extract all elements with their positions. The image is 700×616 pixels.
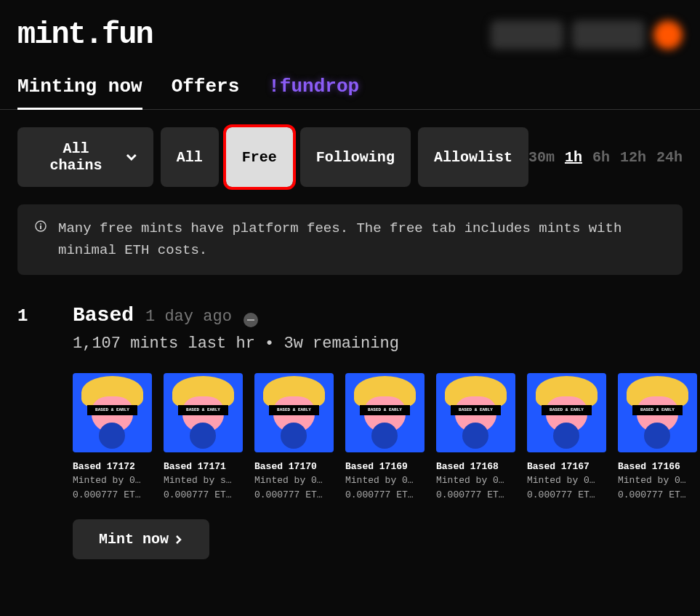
mint-button-label: Mint now [99, 531, 169, 548]
tab-fundrop[interactable]: !fundrop [268, 67, 359, 109]
nft-name: Based 17172 [73, 460, 152, 474]
chain-selector[interactable]: All chains [17, 127, 153, 187]
svg-point-1 [40, 223, 41, 225]
nft-name: Based 17169 [345, 460, 425, 474]
nft-image[interactable]: BASED & EARLY [73, 373, 152, 452]
nft-name: Based 17171 [164, 460, 243, 474]
nft-image[interactable]: BASED & EARLY [254, 373, 334, 452]
time-filters: 30m 1h 6h 12h 24h [528, 149, 683, 166]
nft-row: BASED & EARLY Based 17172 Minted by 0… 0… [73, 373, 683, 503]
logo[interactable]: mint.fun [17, 17, 153, 52]
nft-price: 0.000777 ET… [527, 488, 606, 503]
time-filter-6h[interactable]: 6h [592, 149, 610, 166]
chevron-right-icon [174, 535, 183, 544]
nft-image[interactable]: BASED & EARLY [527, 373, 606, 452]
controls-left: All chains All Free Following Allowlist [17, 127, 528, 187]
filter-allowlist[interactable]: Allowlist [418, 127, 528, 187]
listing-title[interactable]: Based [73, 304, 134, 327]
nft-card[interactable]: BASED & EARLY Based 17170 Minted by 0… 0… [254, 373, 334, 503]
filter-free[interactable]: Free [226, 127, 293, 187]
header-blur-item [572, 20, 645, 49]
tab-offers[interactable]: Offers [172, 67, 240, 109]
nft-name: Based 17167 [527, 460, 606, 474]
nft-price: 0.000777 ET… [436, 488, 515, 503]
nft-name: Based 17168 [436, 460, 515, 474]
mute-icon[interactable] [244, 313, 258, 327]
main-tabs: Minting now Offers !fundrop [0, 67, 700, 110]
nft-minter: Minted by 0… [436, 473, 515, 488]
nft-info: Based 17168 Minted by 0… 0.000777 ET… [436, 460, 515, 503]
nft-card[interactable]: BASED & EARLY Based 17169 Minted by 0… 0… [345, 373, 425, 503]
header: mint.fun [0, 0, 700, 67]
time-filter-1h[interactable]: 1h [565, 149, 582, 166]
chain-selector-label: All chains [33, 140, 118, 174]
nft-card[interactable]: BASED & EARLY Based 17172 Minted by 0… 0… [73, 373, 152, 503]
time-filter-24h[interactable]: 24h [656, 149, 683, 166]
nft-price: 0.000777 ET… [73, 488, 152, 503]
header-blur-item [491, 20, 563, 49]
nft-name: Based 17170 [254, 460, 334, 474]
header-avatar [653, 20, 683, 49]
svg-rect-3 [247, 319, 254, 321]
nft-price: 0.000777 ET… [345, 488, 425, 503]
nft-minter: Minted by 0… [618, 473, 697, 488]
info-banner-text: Many free mints have platform fees. The … [58, 217, 665, 262]
listing-stats: 1,107 mints last hr • 3w remaining [73, 335, 683, 353]
listing-rank: 1 [17, 306, 61, 326]
nft-minter: Minted by 0… [345, 473, 425, 488]
nft-info: Based 17166 Minted by 0… 0.000777 ET… [618, 460, 697, 503]
controls-row: All chains All Free Following Allowlist … [0, 110, 700, 204]
nft-info: Based 17172 Minted by 0… 0.000777 ET… [73, 460, 152, 503]
nft-name: Based 17166 [618, 460, 697, 474]
nft-minter: Minted by 0… [73, 473, 152, 488]
nft-minter: Minted by s… [164, 473, 243, 488]
filter-following[interactable]: Following [300, 127, 411, 187]
time-filter-12h[interactable]: 12h [620, 149, 646, 166]
nft-card[interactable]: BASED & EARLY Based 17171 Minted by s… 0… [164, 373, 243, 503]
nft-minter: Minted by 0… [527, 473, 606, 488]
nft-price: 0.000777 ET… [618, 488, 697, 503]
nft-price: 0.000777 ET… [164, 488, 243, 503]
tab-minting-now[interactable]: Minting now [17, 67, 142, 109]
nft-info: Based 17171 Minted by s… 0.000777 ET… [164, 460, 243, 503]
nft-image[interactable]: BASED & EARLY [164, 373, 243, 452]
nft-image[interactable]: BASED & EARLY [618, 373, 697, 452]
mint-now-button[interactable]: Mint now [73, 519, 209, 559]
listing: 1 Based 1 day ago 1,107 mints last hr • … [0, 275, 700, 577]
time-filter-30m[interactable]: 30m [528, 149, 555, 166]
listing-header: 1 Based 1 day ago [17, 304, 683, 327]
chevron-down-icon [126, 151, 137, 163]
nft-minter: Minted by 0… [254, 473, 334, 488]
nft-info: Based 17167 Minted by 0… 0.000777 ET… [527, 460, 606, 503]
info-banner: Many free mints have platform fees. The … [17, 204, 683, 275]
nft-card[interactable]: BASED & EARLY Based 17166 Minted by 0… 0… [618, 373, 697, 503]
listing-time: 1 day ago [145, 308, 232, 326]
header-actions [491, 20, 683, 49]
nft-info: Based 17169 Minted by 0… 0.000777 ET… [345, 460, 425, 503]
nft-card[interactable]: BASED & EARLY Based 17167 Minted by 0… 0… [527, 373, 606, 503]
nft-card[interactable]: BASED & EARLY Based 17168 Minted by 0… 0… [436, 373, 515, 503]
nft-image[interactable]: BASED & EARLY [345, 373, 425, 452]
info-icon [35, 220, 47, 232]
nft-price: 0.000777 ET… [254, 488, 334, 503]
nft-info: Based 17170 Minted by 0… 0.000777 ET… [254, 460, 334, 503]
svg-rect-2 [40, 225, 41, 229]
filter-all[interactable]: All [161, 127, 219, 187]
nft-image[interactable]: BASED & EARLY [436, 373, 515, 452]
